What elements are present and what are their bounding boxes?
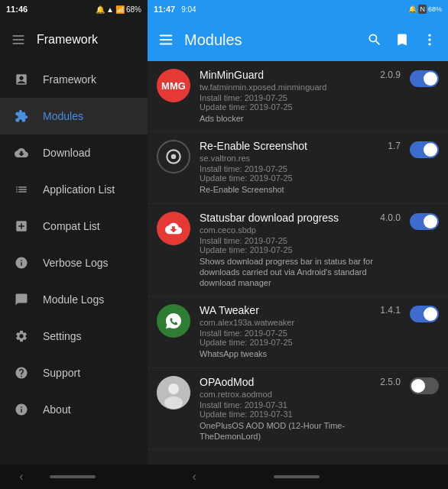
statusbar-download-toggle-knob: [424, 215, 437, 228]
search-button[interactable]: [362, 28, 387, 52]
verbose-logs-icon: [12, 254, 31, 272]
re-screenshot-toggle-knob: [424, 143, 437, 157]
svg-point-10: [171, 154, 177, 160]
module-item-wa-tweaker[interactable]: WA Tweaker 1.4.1 com.alex193a.watweaker …: [148, 296, 448, 368]
re-screenshot-update: Update time: 2019-07-25: [200, 173, 401, 183]
minminguard-install-time: 2019-07-25: [245, 93, 287, 102]
svg-rect-1: [13, 35, 24, 37]
module-item-statusbar-download[interactable]: Statusbar download progress 4.0.0 com.ce…: [148, 204, 448, 297]
minminguard-icon: MMG: [157, 69, 190, 102]
left-status-icons: 🔔 ▲ 📶 68%: [96, 5, 141, 14]
left-time: 11:46: [6, 5, 28, 14]
minminguard-info: MinMinGuard 2.0.9 tw.fatminmin.xposed.mi…: [200, 69, 401, 124]
svg-point-6: [428, 34, 430, 37]
wa-tweaker-toggle[interactable]: [410, 306, 439, 322]
re-screenshot-install: Install time: 2019-07-25: [200, 164, 401, 173]
statusbar-download-update: Update time: 2019-07-25: [200, 245, 401, 254]
wa-tweaker-desc: WhatsApp tweaks: [200, 348, 401, 359]
opaodmod-desc: OnePlusOS AOD MOD (12-Hour Time-TheDemon…: [200, 420, 401, 442]
opaodmod-install-time: 2019-07-31: [245, 400, 287, 410]
right-status-icons: 🔔 N 68%: [408, 5, 442, 14]
sidebar-item-modules[interactable]: Modules: [0, 98, 148, 134]
sidebar-item-support[interactable]: Support: [0, 355, 148, 391]
statusbar-download-update-time: 2019-07-25: [249, 245, 292, 254]
minminguard-version: 2.0.9: [380, 70, 401, 80]
wa-tweaker-install: Install time: 2019-07-25: [200, 329, 401, 338]
svg-rect-4: [160, 39, 173, 40]
support-icon: [12, 364, 31, 382]
right-time: 11:47: [154, 5, 175, 14]
right-panel: 11:47 9:04 🔔 N 68% Modules: [148, 0, 448, 489]
application-list-icon: [12, 180, 31, 199]
sidebar-item-module-logs[interactable]: Module Logs: [0, 281, 148, 318]
back-button-left[interactable]: ‹: [7, 467, 35, 487]
sidebar-item-settings-label: Settings: [43, 330, 82, 342]
statusbar-download-icon: [157, 212, 190, 245]
about-icon: [12, 400, 31, 419]
wa-tweaker-version: 1.4.1: [380, 305, 401, 316]
sidebar-item-verbose-logs[interactable]: Verbose Logs: [0, 244, 148, 281]
wa-tweaker-info: WA Tweaker 1.4.1 com.alex193a.watweaker …: [200, 304, 401, 359]
wifi-icon: ▲: [106, 5, 114, 14]
signal-icon: 📶: [115, 5, 125, 14]
right-status-center: 9:04: [181, 5, 196, 14]
opaodmod-info: OPAodMod 2.5.0 com.retrox.aodmod Install…: [200, 376, 401, 442]
minminguard-name: MinMinGuard: [200, 69, 264, 81]
re-screenshot-desc: Re-Enable Screenshot: [200, 184, 401, 195]
svg-rect-5: [160, 44, 173, 45]
back-button-right[interactable]: ‹: [180, 467, 209, 487]
statusbar-download-version: 4.0.0: [380, 212, 401, 223]
opaodmod-toggle[interactable]: [410, 377, 439, 394]
wa-tweaker-toggle-knob: [424, 307, 437, 321]
statusbar-download-info: Statusbar download progress 4.0.0 com.ce…: [200, 212, 401, 289]
settings-icon: [12, 327, 31, 345]
sidebar-item-compat-list[interactable]: Compat List: [0, 208, 148, 244]
sidebar-item-download[interactable]: Download: [0, 134, 148, 171]
opaodmod-version: 2.5.0: [380, 377, 401, 387]
left-panel: 11:46 🔔 ▲ 📶 68% Framework Framework: [0, 0, 148, 489]
module-item-re-enable-screenshot[interactable]: Re-Enable Screenshot 1.7 se.valtron.res …: [148, 132, 448, 203]
nav-pill-right: [274, 475, 320, 478]
nav-pill-left: [50, 475, 96, 478]
sidebar-item-settings[interactable]: Settings: [0, 318, 148, 355]
sidebar-item-download-label: Download: [43, 147, 90, 159]
more-options-button[interactable]: [417, 28, 442, 52]
re-screenshot-toggle[interactable]: [410, 141, 439, 158]
battery-icon: 68%: [126, 5, 141, 14]
modules-icon: [12, 107, 31, 125]
sidebar-list: Framework Modules Download Application L…: [0, 61, 148, 465]
svg-rect-2: [13, 43, 24, 44]
module-item-minminguard[interactable]: MMG MinMinGuard 2.0.9 tw.fatminmin.xpose…: [148, 61, 448, 132]
svg-rect-3: [160, 35, 173, 37]
minminguard-toggle[interactable]: [410, 70, 439, 87]
re-screenshot-package: se.valtron.res: [200, 154, 401, 163]
left-bottom-nav: ‹: [0, 465, 148, 489]
status-bar-left: 11:46 🔔 ▲ 📶 68%: [0, 0, 148, 18]
opaodmod-update-time: 2019-07-31: [249, 410, 292, 419]
re-screenshot-install-time: 2019-07-25: [245, 164, 287, 173]
re-screenshot-info: Re-Enable Screenshot 1.7 se.valtron.res …: [200, 140, 401, 195]
opaodmod-install: Install time: 2019-07-31: [200, 400, 401, 410]
opaodmod-icon: [157, 376, 190, 410]
opaodmod-toggle-knob: [411, 379, 425, 393]
sidebar-item-about[interactable]: About: [0, 391, 148, 428]
sidebar-item-modules-label: Modules: [43, 110, 83, 122]
svg-rect-0: [13, 39, 24, 40]
nav-header: Framework: [0, 18, 148, 61]
n-icon-right: N: [418, 5, 427, 14]
statusbar-download-toggle[interactable]: [410, 213, 439, 230]
sidebar-item-verbose-logs-label: Verbose Logs: [43, 257, 109, 269]
menu-hamburger-icon[interactable]: [154, 28, 178, 52]
svg-point-12: [168, 384, 179, 394]
opaodmod-name: OPAodMod: [200, 376, 254, 388]
wa-tweaker-package: com.alex193a.watweaker: [200, 318, 401, 327]
sidebar-item-app-list-label: Application List: [43, 183, 115, 196]
module-item-opaodmod[interactable]: OPAodMod 2.5.0 com.retrox.aodmod Install…: [148, 368, 448, 451]
sidebar-item-module-logs-label: Module Logs: [43, 293, 104, 306]
sidebar-item-compat-list-label: Compat List: [43, 220, 100, 232]
sidebar-item-application-list[interactable]: Application List: [0, 171, 148, 208]
sidebar-item-framework[interactable]: Framework: [0, 61, 148, 98]
bookmark-button[interactable]: [390, 28, 414, 52]
minminguard-toggle-knob: [424, 72, 437, 86]
svg-point-7: [428, 38, 430, 40]
